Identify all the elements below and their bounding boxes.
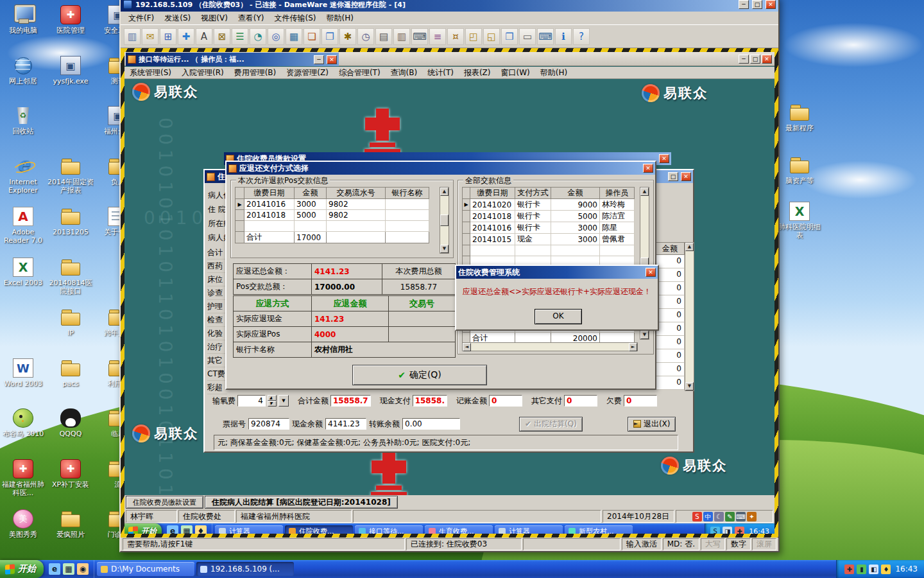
alert-ok-button[interactable]: OK [535, 310, 581, 324]
ime-bar-icon[interactable]: ⌨ [736, 512, 746, 521]
amount-field[interactable]: 0 [624, 395, 657, 407]
cash-refund-input[interactable]: 141.23 [312, 311, 389, 327]
taskbar-task-button[interactable]: 192.168.5.109 (... [196, 562, 294, 576]
table-row[interactable]: 2014101850009802 [235, 210, 429, 221]
oxygen-fee-input[interactable]: 4 [237, 395, 266, 407]
settings-icon[interactable]: ✱ [339, 28, 356, 45]
exit-button[interactable]: 退出(X) [628, 417, 676, 432]
menu-item[interactable]: 资源管理(Z) [281, 67, 334, 79]
table-row[interactable]: 20141015现金3000曾佩君 [463, 234, 635, 245]
desktop-icon[interactable]: 肺科医院明细表 [776, 202, 823, 240]
ime-bar-icon[interactable]: S [692, 512, 702, 521]
tray-icon[interactable]: ♦ [881, 565, 891, 574]
tab-cashier-settings[interactable]: 住院收费员缴款设置 [126, 496, 203, 509]
lock-remote-icon[interactable]: ⊠ [214, 28, 230, 45]
taskbar-task-button[interactable]: 新型农村... [565, 525, 633, 534]
desktop-icon[interactable]: 脑资产等 [776, 155, 823, 185]
save-session-icon[interactable]: ◱ [483, 28, 500, 45]
tab-discharge-settlement[interactable]: 住院病人出院结算 [病区出院登记日期:20141028] [205, 496, 398, 509]
copy-screen-icon[interactable]: ❒ [501, 28, 518, 45]
menu-item[interactable]: 报表(Z) [459, 67, 496, 79]
scroll-up-icon[interactable] [685, 243, 694, 251]
monitor-select-icon[interactable]: ⊞ [160, 28, 176, 45]
taskbar-task-button[interactable]: 计算器 [215, 525, 283, 534]
remote-quicklaunch-ie-icon[interactable]: e [167, 525, 178, 534]
close-icon[interactable] [762, 55, 772, 64]
menu-item[interactable]: 帮助(H) [535, 67, 572, 79]
amount-field[interactable]: 0 [489, 395, 522, 407]
zoom-screen-icon[interactable]: ◎ [268, 28, 284, 45]
amount-field[interactable]: 15858. [413, 395, 447, 407]
close-icon[interactable] [646, 268, 656, 277]
dialog-titlebar[interactable]: 应退还支付方式选择 [227, 162, 655, 175]
menu-item[interactable]: 费用管理(B) [229, 67, 282, 79]
table-row[interactable]: 20141018银行卡5000陈洁宜 [463, 211, 635, 222]
desktop-icon[interactable]: 布谷鸟 2010 [0, 408, 46, 438]
desktop-icon[interactable]: 最新程序 [776, 103, 823, 132]
font-settings-icon[interactable]: A [196, 28, 212, 45]
restore-icon[interactable] [750, 55, 760, 64]
send-message-icon[interactable]: ✉ [142, 28, 158, 45]
ime-bar-icon[interactable]: 中 [703, 512, 713, 521]
interface-waiting-window[interactable]: 接口等待运行... （ 操作员：福... [126, 53, 339, 66]
menu-item[interactable]: 统计(T) [422, 67, 459, 79]
desktop-icon[interactable]: IP [47, 308, 94, 337]
close-icon[interactable] [327, 55, 337, 64]
tray-icon[interactable]: ✚ [735, 527, 744, 534]
menu-item[interactable]: 查看(Y) [233, 12, 270, 24]
taskbar-task-button[interactable]: 计算器 [495, 525, 563, 534]
window-titlebar[interactable]: 192.168.5.109 （住院收费03） - 已连接 - DameWare … [121, 0, 778, 12]
open-session-icon[interactable]: ◰ [465, 28, 482, 45]
scrollbar-vertical[interactable] [685, 242, 694, 391]
bank-name-input[interactable]: 农村信用社 [312, 342, 456, 358]
taskbar-task-button[interactable]: D:\My Documents [97, 562, 194, 576]
minimize-icon[interactable] [739, 55, 749, 64]
dropdown-button[interactable] [278, 395, 289, 407]
performance-icon[interactable]: ◔ [250, 28, 266, 45]
print-screen-icon[interactable]: ▥ [393, 28, 410, 45]
desktop-icon[interactable]: 美图秀秀 [0, 509, 46, 539]
spinner-buttons[interactable] [268, 395, 277, 407]
menu-item[interactable]: 文件传输(S) [270, 12, 321, 24]
minimize-icon[interactable] [314, 55, 324, 64]
desktop-icon[interactable]: Adobe Reader 7.0 [0, 207, 46, 245]
desktop-icon[interactable]: 20140814医院接口 [47, 258, 94, 295]
menu-item[interactable]: 文件(F) [123, 12, 159, 24]
tray-icon[interactable]: ✚ [844, 565, 854, 574]
table-row[interactable]: 20141016银行卡3000陈星 [463, 222, 635, 234]
help-icon[interactable]: ? [573, 28, 590, 45]
tray-icon[interactable]: S [710, 527, 720, 534]
billing-icon[interactable]: ¤ [447, 28, 464, 45]
menu-item[interactable]: 窗口(W) [496, 67, 535, 79]
desktop-icon[interactable]: yysfjk.exe [47, 56, 94, 85]
menu-item[interactable]: 系统管理(S) [124, 67, 176, 79]
keyboard-icon[interactable]: ⌨ [537, 28, 554, 45]
tile-windows-icon[interactable]: ❐ [321, 28, 338, 45]
clock-icon[interactable]: ◷ [357, 28, 374, 45]
scrollbar-horizontal[interactable] [462, 342, 638, 351]
remote-start-button[interactable]: 开始 [124, 523, 162, 534]
menu-item[interactable]: 综合管理(T) [334, 67, 386, 79]
info-icon[interactable]: ℹ [555, 28, 572, 45]
menu-item[interactable]: 视图(V) [196, 12, 233, 24]
discharge-settle-button[interactable]: 出院结算(Q) [519, 417, 583, 432]
quicklaunch-show-desktop-icon[interactable]: ▦ [63, 563, 74, 575]
alert-titlebar[interactable]: 住院收费管理系统 [456, 266, 658, 279]
confirm-button[interactable]: 确定(Q) [352, 365, 487, 385]
table-row[interactable]: 2014101630009802 [235, 199, 429, 210]
view-mode-icon[interactable]: ▥ [124, 28, 141, 45]
tray-icon[interactable]: ◧ [869, 565, 878, 574]
menu-item[interactable]: 查询(B) [386, 67, 423, 79]
ime-bar-icon[interactable]: ✎ [725, 512, 735, 521]
desktop-icon[interactable]: 回收站 [0, 106, 46, 136]
pos-refund-input[interactable]: 4000 [312, 327, 389, 342]
desktop-icon[interactable]: 2014年固定资产报表 [47, 157, 94, 195]
amount-field[interactable]: 15858.7 [330, 395, 371, 407]
pan-control-icon[interactable]: ✚ [178, 28, 194, 45]
start-button[interactable]: 开始 [0, 560, 44, 578]
transfer-balance-field[interactable]: 0.00 [402, 418, 460, 430]
restore-icon[interactable] [668, 172, 678, 181]
desktop-icon[interactable]: Word 2003 [0, 358, 46, 388]
desktop-icon[interactable]: 福建省福州肺科医... [0, 459, 46, 497]
table-row[interactable]: 20141020银行卡9000林玲梅 [463, 199, 635, 211]
